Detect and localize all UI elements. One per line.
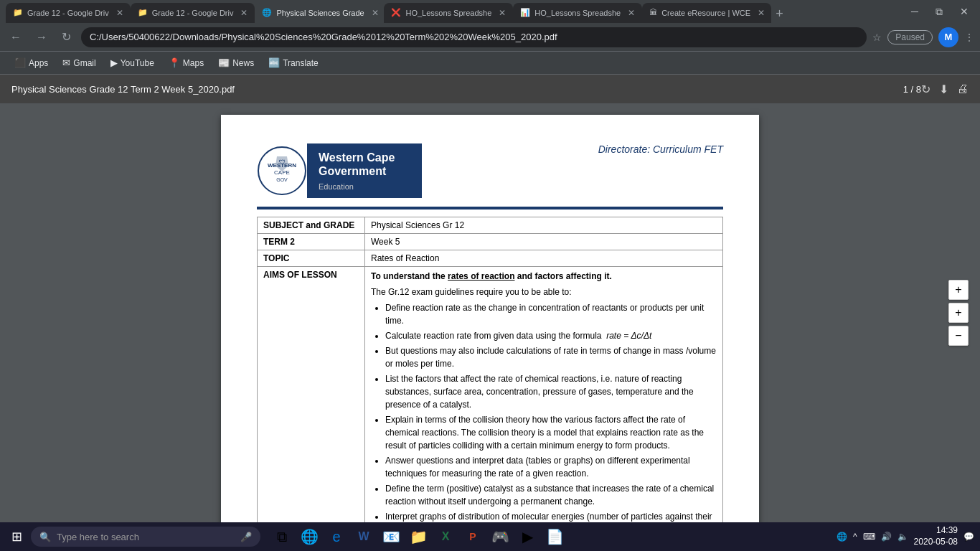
ppt-icon: P: [469, 531, 476, 542]
aims-content: To understand the rates of reaction To u…: [371, 270, 717, 522]
taskbar-app-excel[interactable]: X: [433, 524, 458, 550]
back-button[interactable]: ←: [6, 28, 26, 47]
wcg-main-text-line2: Government: [319, 164, 410, 178]
title-bar: 📁 Grade 12 - Google Driv ✕ 📁 Grade 12 - …: [0, 0, 980, 23]
taskbar-mic-icon[interactable]: 🎤: [240, 532, 252, 542]
game-icon: 🎮: [491, 528, 509, 545]
bookmark-youtube-label: YouTube: [121, 58, 154, 68]
tab-3[interactable]: 🌐 Physical Sciences Grade ✕: [255, 3, 384, 23]
bookmark-gmail[interactable]: ✉ Gmail: [57, 55, 101, 70]
table-row-subject: SUBJECT and GRADE Physical Sciences Gr 1…: [258, 217, 723, 234]
table-row-topic: TOPIC Rates of Reaction: [258, 250, 723, 267]
aims-underline: rates of reaction: [448, 271, 514, 281]
speaker-icon[interactable]: 🔈: [897, 532, 908, 542]
tab-1-close[interactable]: ✕: [116, 8, 123, 18]
tab-4-favicon: ❌: [391, 8, 401, 18]
taskbar-app-ppt[interactable]: P: [460, 524, 486, 550]
taskbar-search-icon: 🔍: [39, 532, 51, 542]
aims-bullet-5: Answer questions and interpret data (tab…: [385, 454, 717, 480]
bookmark-maps[interactable]: 📍 Maps: [163, 55, 209, 70]
volume-icon[interactable]: 🔊: [881, 532, 892, 542]
address-input[interactable]: [81, 27, 867, 47]
edge-icon: e: [332, 529, 340, 545]
aims-bullet-2: Calculate reaction rate from given data …: [385, 329, 717, 342]
svg-text:🛡: 🛡: [279, 159, 286, 166]
address-bar: ← → ↻ ☆ Paused M ⋮: [0, 23, 980, 52]
wcg-education-label: Education: [319, 182, 410, 191]
tab-5[interactable]: 📊 HO_Lessons Spreadshe ✕: [513, 3, 642, 23]
bookmark-youtube[interactable]: ▶ YouTube: [105, 55, 160, 70]
news-icon: 📰: [218, 57, 230, 68]
taskbar-search-box[interactable]: 🔍 Type here to search 🎤: [31, 527, 260, 547]
tab-5-close[interactable]: ✕: [628, 8, 635, 18]
forward-button[interactable]: →: [32, 28, 52, 47]
notification-icon[interactable]: 💬: [963, 532, 974, 542]
excel-icon: X: [442, 530, 450, 543]
taskbar-app-word[interactable]: W: [351, 524, 377, 550]
wcg-header: WESTERN CAPE GOV 🛡 Western Cape Governme…: [257, 143, 723, 198]
subject-value: Physical Sciences Gr 12: [365, 217, 723, 234]
taskbar-app-outlook[interactable]: 📧: [378, 524, 404, 550]
pdf-refresh-button[interactable]: ↻: [921, 83, 930, 96]
chevron-icon[interactable]: ^: [853, 532, 857, 542]
topic-label: TOPIC: [258, 250, 365, 267]
clock-time: 14:39: [914, 525, 958, 537]
taskview-icon: ⧉: [277, 529, 287, 545]
tab-1-label: Grade 12 - Google Driv: [27, 9, 109, 17]
bookmark-translate[interactable]: 🔤 Translate: [263, 55, 324, 70]
tab-6-close[interactable]: ✕: [758, 8, 765, 18]
pdf-print-button[interactable]: 🖨: [957, 83, 969, 95]
wcg-directorate: Directorate: Curriculum FET: [598, 143, 723, 155]
tab-5-label: HO_Lessons Spreadshe: [534, 9, 621, 17]
zoom-plus-top-button[interactable]: +: [948, 280, 969, 300]
tab-2[interactable]: 📁 Grade 12 - Google Driv ✕: [131, 3, 255, 23]
taskbar-app-chrome[interactable]: 🌐: [296, 524, 322, 550]
bookmark-gmail-label: Gmail: [73, 58, 95, 68]
tab-4[interactable]: ❌ HO_Lessons Spreadshe ✕: [384, 3, 513, 23]
tab-3-close[interactable]: ✕: [372, 8, 379, 18]
star-icon[interactable]: ☆: [872, 32, 882, 43]
menu-icon[interactable]: ⋮: [964, 32, 974, 43]
taskbar: ⊞ 🔍 Type here to search 🎤 ⧉ 🌐 e W 📧 📁 X …: [0, 522, 980, 551]
aims-content-cell: To understand the rates of reaction To u…: [365, 267, 723, 522]
pdf-icon: 📄: [546, 528, 564, 545]
taskbar-app-fileexplorer[interactable]: 📁: [405, 524, 431, 550]
start-button[interactable]: ⊞: [6, 526, 28, 547]
wcg-logo-area: WESTERN CAPE GOV 🛡 Western Cape Governme…: [257, 143, 422, 198]
wcg-main-text-line1: Western Cape: [319, 151, 410, 164]
tab-row: 📁 Grade 12 - Google Driv ✕ 📁 Grade 12 - …: [6, 0, 788, 23]
aims-bullets: Define reaction rate as the change in co…: [385, 301, 717, 522]
fileexplorer-icon: 📁: [410, 528, 428, 545]
keyboard-icon: ⌨: [863, 532, 875, 542]
reload-button[interactable]: ↻: [57, 27, 75, 47]
paused-button[interactable]: Paused: [887, 30, 933, 44]
taskbar-app-game[interactable]: 🎮: [487, 524, 513, 550]
taskbar-app-pdf[interactable]: 📄: [542, 524, 567, 550]
tab-6-favicon: 🏛: [649, 8, 657, 18]
taskbar-app-edge[interactable]: e: [324, 524, 349, 550]
taskbar-app-taskview[interactable]: ⧉: [269, 524, 295, 550]
tab-1-favicon: 📁: [13, 8, 23, 18]
taskbar-app-media[interactable]: ▶: [514, 524, 540, 550]
word-icon: W: [358, 530, 369, 543]
aims-intro: The Gr.12 exam guidelines require you to…: [371, 286, 717, 298]
topic-value: Rates of Reaction: [365, 250, 723, 267]
pdf-download-button[interactable]: ⬇: [939, 83, 948, 96]
tab-4-close[interactable]: ✕: [499, 8, 506, 18]
minimize-button[interactable]: ─: [905, 4, 924, 19]
tab-2-close[interactable]: ✕: [240, 8, 248, 18]
aims-bullet-4: Explain in terms of the collision theory…: [385, 413, 717, 452]
bookmark-apps[interactable]: ⬛ Apps: [9, 55, 54, 70]
zoom-plus-bottom-button[interactable]: +: [948, 303, 969, 323]
aims-heading: To understand the rates of reaction To u…: [371, 270, 717, 283]
tab-1[interactable]: 📁 Grade 12 - Google Driv ✕: [6, 3, 131, 23]
zoom-minus-button[interactable]: −: [948, 326, 969, 346]
bookmark-news[interactable]: 📰 News: [212, 55, 260, 70]
close-button[interactable]: ✕: [954, 4, 974, 19]
apps-icon: ⬛: [14, 57, 26, 68]
tab-6[interactable]: 🏛 Create eResource | WCE ✕: [642, 3, 771, 23]
tab-4-label: HO_Lessons Spreadshe: [405, 9, 491, 17]
new-tab-button[interactable]: +: [771, 5, 788, 23]
restore-button[interactable]: ⧉: [930, 4, 948, 19]
profile-button[interactable]: M: [938, 27, 958, 47]
